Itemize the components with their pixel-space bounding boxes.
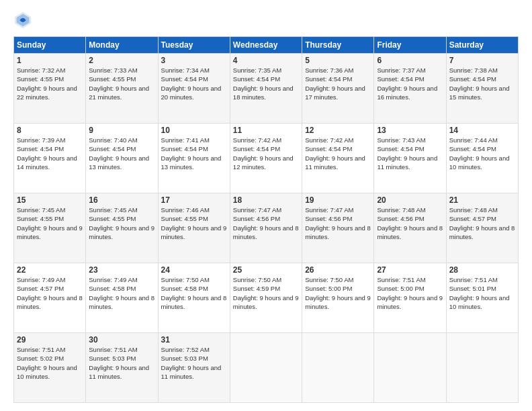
day-cell: 28Sunrise: 7:51 AMSunset: 5:01 PMDayligh… <box>446 263 518 333</box>
weekday-friday: Friday <box>374 37 446 54</box>
day-cell <box>446 333 518 403</box>
day-cell: 1Sunrise: 7:32 AMSunset: 4:55 PMDaylight… <box>14 54 86 124</box>
day-number: 18 <box>233 195 299 205</box>
day-cell: 17Sunrise: 7:46 AMSunset: 4:55 PMDayligh… <box>158 193 230 263</box>
day-cell: 6Sunrise: 7:37 AMSunset: 4:54 PMDaylight… <box>374 54 446 124</box>
day-cell: 30Sunrise: 7:51 AMSunset: 5:03 PMDayligh… <box>86 333 158 403</box>
day-cell: 25Sunrise: 7:50 AMSunset: 4:59 PMDayligh… <box>230 263 302 333</box>
day-cell: 22Sunrise: 7:49 AMSunset: 4:57 PMDayligh… <box>14 263 86 333</box>
day-number: 19 <box>305 195 371 205</box>
day-cell: 3Sunrise: 7:34 AMSunset: 4:54 PMDaylight… <box>158 54 230 124</box>
day-info: Sunrise: 7:35 AMSunset: 4:54 PMDaylight:… <box>233 66 299 101</box>
day-cell: 9Sunrise: 7:40 AMSunset: 4:54 PMDaylight… <box>86 124 158 193</box>
day-number: 8 <box>17 126 83 135</box>
day-number: 6 <box>377 56 443 65</box>
day-number: 15 <box>17 195 83 205</box>
week-row-2: 8Sunrise: 7:39 AMSunset: 4:54 PMDaylight… <box>14 124 519 193</box>
day-info: Sunrise: 7:51 AMSunset: 5:00 PMDaylight:… <box>377 275 443 311</box>
day-info: Sunrise: 7:51 AMSunset: 5:02 PMDaylight:… <box>17 345 83 381</box>
day-number: 17 <box>161 195 227 205</box>
day-cell: 12Sunrise: 7:42 AMSunset: 4:54 PMDayligh… <box>302 124 374 193</box>
day-number: 27 <box>377 265 443 275</box>
day-cell: 24Sunrise: 7:50 AMSunset: 4:58 PMDayligh… <box>158 263 230 333</box>
day-info: Sunrise: 7:49 AMSunset: 4:58 PMDaylight:… <box>89 275 154 311</box>
day-info: Sunrise: 7:52 AMSunset: 5:03 PMDaylight:… <box>161 345 227 381</box>
day-info: Sunrise: 7:41 AMSunset: 4:54 PMDaylight:… <box>161 136 227 171</box>
day-info: Sunrise: 7:48 AMSunset: 4:56 PMDaylight:… <box>377 205 443 241</box>
day-number: 9 <box>89 126 154 135</box>
day-number: 7 <box>449 56 515 65</box>
weekday-sunday: Sunday <box>14 37 86 54</box>
week-row-1: 1Sunrise: 7:32 AMSunset: 4:55 PMDaylight… <box>14 54 519 124</box>
weekday-thursday: Thursday <box>302 37 374 54</box>
day-cell: 4Sunrise: 7:35 AMSunset: 4:54 PMDaylight… <box>230 54 302 124</box>
day-cell: 18Sunrise: 7:47 AMSunset: 4:56 PMDayligh… <box>230 193 302 263</box>
day-number: 20 <box>377 195 443 205</box>
day-info: Sunrise: 7:45 AMSunset: 4:55 PMDaylight:… <box>17 205 83 241</box>
day-cell: 19Sunrise: 7:47 AMSunset: 4:56 PMDayligh… <box>302 193 374 263</box>
day-cell <box>302 333 374 403</box>
day-number: 4 <box>233 56 299 65</box>
day-number: 26 <box>305 265 371 275</box>
day-number: 1 <box>17 56 83 65</box>
day-cell: 21Sunrise: 7:48 AMSunset: 4:57 PMDayligh… <box>446 193 518 263</box>
day-cell: 14Sunrise: 7:44 AMSunset: 4:54 PMDayligh… <box>446 124 518 193</box>
day-info: Sunrise: 7:42 AMSunset: 4:54 PMDaylight:… <box>305 136 371 171</box>
day-number: 28 <box>449 265 515 275</box>
weekday-wednesday: Wednesday <box>230 37 302 54</box>
day-number: 21 <box>449 195 515 205</box>
day-number: 23 <box>89 265 154 275</box>
day-number: 22 <box>17 265 83 275</box>
day-number: 29 <box>17 335 83 345</box>
day-info: Sunrise: 7:43 AMSunset: 4:54 PMDaylight:… <box>377 136 443 171</box>
day-cell <box>374 333 446 403</box>
day-number: 2 <box>89 56 154 65</box>
day-info: Sunrise: 7:33 AMSunset: 4:55 PMDaylight:… <box>89 66 154 101</box>
day-cell: 2Sunrise: 7:33 AMSunset: 4:55 PMDaylight… <box>86 54 158 124</box>
day-cell: 27Sunrise: 7:51 AMSunset: 5:00 PMDayligh… <box>374 263 446 333</box>
day-info: Sunrise: 7:48 AMSunset: 4:57 PMDaylight:… <box>449 205 515 241</box>
day-cell: 16Sunrise: 7:45 AMSunset: 4:55 PMDayligh… <box>86 193 158 263</box>
week-row-5: 29Sunrise: 7:51 AMSunset: 5:02 PMDayligh… <box>14 333 519 403</box>
day-number: 14 <box>449 126 515 135</box>
day-number: 10 <box>161 126 227 135</box>
day-number: 24 <box>161 265 227 275</box>
day-info: Sunrise: 7:47 AMSunset: 4:56 PMDaylight:… <box>305 205 371 241</box>
day-cell: 29Sunrise: 7:51 AMSunset: 5:02 PMDayligh… <box>14 333 86 403</box>
day-cell: 11Sunrise: 7:42 AMSunset: 4:54 PMDayligh… <box>230 124 302 193</box>
week-row-3: 15Sunrise: 7:45 AMSunset: 4:55 PMDayligh… <box>14 193 519 263</box>
logo <box>13 11 35 30</box>
day-cell: 15Sunrise: 7:45 AMSunset: 4:55 PMDayligh… <box>14 193 86 263</box>
logo-icon <box>13 11 32 30</box>
day-info: Sunrise: 7:38 AMSunset: 4:54 PMDaylight:… <box>449 66 515 101</box>
day-number: 25 <box>233 265 299 275</box>
day-number: 30 <box>89 335 154 345</box>
calendar-table: SundayMondayTuesdayWednesdayThursdayFrid… <box>13 36 519 403</box>
day-cell: 5Sunrise: 7:36 AMSunset: 4:54 PMDaylight… <box>302 54 374 124</box>
day-number: 13 <box>377 126 443 135</box>
weekday-saturday: Saturday <box>446 37 518 54</box>
day-number: 12 <box>305 126 371 135</box>
day-number: 5 <box>305 56 371 65</box>
day-info: Sunrise: 7:51 AMSunset: 5:03 PMDaylight:… <box>89 345 154 381</box>
header <box>13 11 519 30</box>
day-info: Sunrise: 7:50 AMSunset: 4:58 PMDaylight:… <box>161 275 227 311</box>
day-info: Sunrise: 7:40 AMSunset: 4:54 PMDaylight:… <box>89 136 154 171</box>
day-number: 11 <box>233 126 299 135</box>
day-info: Sunrise: 7:37 AMSunset: 4:54 PMDaylight:… <box>377 66 443 101</box>
day-info: Sunrise: 7:50 AMSunset: 5:00 PMDaylight:… <box>305 275 371 311</box>
day-info: Sunrise: 7:46 AMSunset: 4:55 PMDaylight:… <box>161 205 227 241</box>
day-cell: 8Sunrise: 7:39 AMSunset: 4:54 PMDaylight… <box>14 124 86 193</box>
week-row-4: 22Sunrise: 7:49 AMSunset: 4:57 PMDayligh… <box>14 263 519 333</box>
day-info: Sunrise: 7:32 AMSunset: 4:55 PMDaylight:… <box>17 66 83 101</box>
weekday-tuesday: Tuesday <box>158 37 230 54</box>
day-info: Sunrise: 7:51 AMSunset: 5:01 PMDaylight:… <box>449 275 515 311</box>
day-cell <box>230 333 302 403</box>
day-cell: 20Sunrise: 7:48 AMSunset: 4:56 PMDayligh… <box>374 193 446 263</box>
day-cell: 13Sunrise: 7:43 AMSunset: 4:54 PMDayligh… <box>374 124 446 193</box>
day-number: 31 <box>161 335 227 345</box>
day-info: Sunrise: 7:44 AMSunset: 4:54 PMDaylight:… <box>449 136 515 171</box>
day-cell: 31Sunrise: 7:52 AMSunset: 5:03 PMDayligh… <box>158 333 230 403</box>
day-number: 16 <box>89 195 154 205</box>
day-cell: 10Sunrise: 7:41 AMSunset: 4:54 PMDayligh… <box>158 124 230 193</box>
